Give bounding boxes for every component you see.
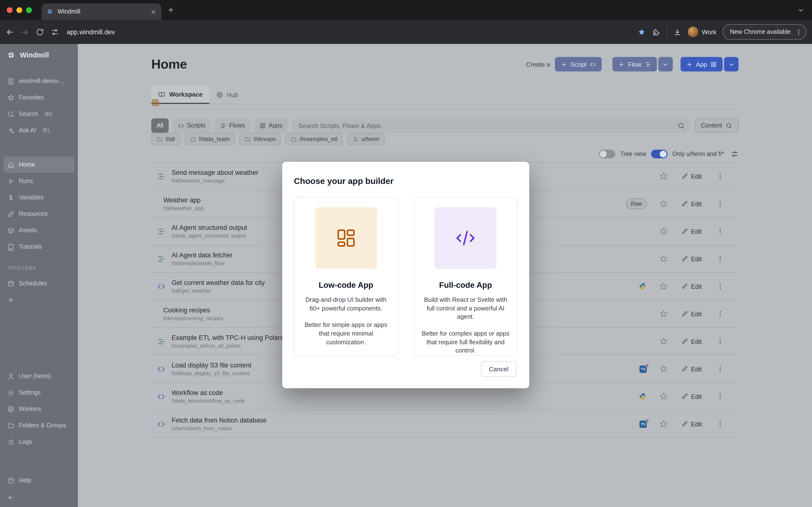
edit-button[interactable]: Edit — [681, 200, 702, 207]
low-code-title: Low-code App — [318, 281, 373, 290]
edit-button[interactable]: Edit — [681, 420, 702, 428]
create-flow-button[interactable]: Flow — [613, 57, 657, 71]
favorite-star-button[interactable] — [659, 172, 668, 181]
filter-icon[interactable] — [731, 150, 739, 158]
favorite-star-button[interactable] — [659, 309, 668, 318]
item-path: f/all/ai_agent_structured_output — [171, 233, 247, 238]
edit-button[interactable]: Edit — [681, 173, 702, 180]
reload-button[interactable] — [36, 28, 44, 36]
sidebar-item-settings[interactable]: Settings — [3, 384, 74, 401]
row-menu-button[interactable] — [716, 255, 724, 263]
low-code-app-card[interactable]: Low-code App Drag-and-drop UI builder wi… — [294, 197, 398, 356]
item-path: f/examples_etl/run_all_polars — [171, 343, 289, 349]
edit-label: Edit — [691, 393, 702, 400]
tab-hub[interactable]: Hub — [209, 86, 245, 104]
filter-chip-flows[interactable]: Flows — [215, 118, 250, 133]
favorite-star-button[interactable] — [659, 200, 668, 208]
sidebar-item-tutorials[interactable]: Tutorials — [3, 238, 74, 255]
close-window-button[interactable] — [7, 7, 12, 13]
favorite-star-button[interactable] — [659, 364, 668, 373]
sidebar-item-favorites[interactable]: Favorites — [3, 89, 74, 106]
folder-chip-f-examples-etl[interactable]: f/examples_etl — [286, 133, 343, 145]
sidebar-item-workers[interactable]: Workers — [3, 401, 74, 417]
edit-button[interactable]: Edit — [681, 255, 702, 263]
row-menu-button[interactable] — [716, 310, 724, 318]
row-menu-button[interactable] — [716, 227, 724, 235]
create-app-button[interactable]: App — [680, 57, 723, 71]
folder-chip-f-data-team[interactable]: f/data_team — [185, 133, 235, 145]
search-input[interactable] — [293, 118, 690, 133]
row-menu-button[interactable] — [716, 172, 724, 180]
flow-dropdown-button[interactable] — [658, 57, 673, 71]
windmill-brand[interactable]: Windmill — [0, 46, 56, 64]
minimize-window-button[interactable] — [16, 7, 22, 13]
edit-button[interactable]: Edit — [681, 338, 702, 345]
sidebar-item-resources[interactable]: Resources — [3, 206, 74, 222]
browser-menu-icon[interactable] — [795, 28, 802, 36]
sidebar-item-runs[interactable]: Runs — [3, 173, 74, 189]
row-menu-button[interactable] — [716, 338, 724, 345]
only-filter-toggle[interactable] — [651, 150, 667, 158]
list-item[interactable]: Fetch data from Notion databaseu/henri/f… — [151, 410, 739, 438]
forward-button[interactable] — [21, 28, 29, 36]
tab-close-icon[interactable] — [150, 8, 157, 15]
row-menu-button[interactable] — [716, 365, 724, 373]
row-menu-button[interactable] — [716, 420, 724, 428]
sidebar-item-logs[interactable]: Logs — [3, 434, 74, 450]
favorite-star-button[interactable] — [659, 392, 668, 401]
filter-chip-apps[interactable]: Apps — [254, 118, 288, 133]
sidebar-item-home[interactable]: Home — [3, 157, 74, 173]
new-tab-button[interactable] — [167, 6, 174, 13]
edit-button[interactable]: Edit — [681, 283, 702, 290]
sidebar-item-windmill-demo[interactable]: windmill-demo-... — [3, 73, 74, 89]
favorite-star-button[interactable] — [659, 255, 668, 263]
folder-chip-f-devops[interactable]: f/devops — [239, 133, 281, 145]
favorite-star-button[interactable] — [659, 227, 668, 236]
search-icon[interactable] — [678, 122, 685, 129]
sidebar-item-assets[interactable]: Assets — [3, 222, 74, 238]
filter-chip-scripts[interactable]: Scripts — [172, 118, 211, 133]
sidebar-item-search[interactable]: Search⌘k — [3, 106, 74, 122]
folder-chip-u-henri[interactable]: u/henri — [347, 133, 385, 145]
cancel-button[interactable]: Cancel — [481, 361, 517, 377]
tab-search-button[interactable] — [798, 6, 804, 13]
sidebar-item-plus[interactable] — [3, 292, 74, 308]
flow-icon — [645, 61, 651, 67]
sidebar-item-schedules[interactable]: Schedules — [3, 275, 74, 292]
favorite-star-button[interactable] — [659, 419, 668, 428]
url-text[interactable]: app.windmill.dev — [67, 28, 115, 36]
full-code-app-card[interactable]: Full-code App Build with React or Svelte… — [413, 197, 518, 356]
row-menu-button[interactable] — [716, 282, 724, 290]
browser-tab[interactable]: Windmill — [42, 3, 161, 20]
favorite-star-button[interactable] — [659, 337, 668, 346]
folder-chip-f-all[interactable]: f/all — [151, 133, 180, 145]
bookmark-star-icon[interactable] — [638, 28, 646, 36]
extensions-icon[interactable] — [652, 28, 660, 36]
zoom-window-button[interactable] — [26, 7, 32, 13]
filter-chip-all[interactable]: All — [151, 118, 169, 133]
sidebar-item-user-henri[interactable]: User (henri) — [3, 368, 74, 384]
site-info-icon[interactable] — [51, 28, 59, 36]
chrome-update-button[interactable]: New Chrome available — [723, 24, 806, 40]
row-menu-button[interactable] — [716, 393, 724, 400]
create-script-button[interactable]: Script — [555, 57, 602, 71]
back-button[interactable] — [6, 28, 14, 36]
folder-filter-chips: f/allf/data_teamf/devopsf/examples_etlu/… — [151, 133, 739, 145]
sidebar-item-variables[interactable]: Variables — [3, 189, 74, 206]
downloads-icon[interactable] — [673, 28, 681, 36]
content-search-button[interactable]: Content — [695, 118, 739, 133]
sidebar-item-help[interactable]: Help — [3, 472, 74, 489]
favorite-star-button[interactable] — [659, 282, 668, 291]
edit-button[interactable]: Edit — [681, 393, 702, 400]
sidebar-item-folders-groups[interactable]: Folders & Groups — [3, 417, 74, 434]
edit-button[interactable]: Edit — [681, 310, 702, 318]
collapse-sidebar-button[interactable] — [3, 489, 18, 506]
tree-view-toggle[interactable] — [599, 150, 615, 158]
tab-workspace[interactable]: Workspace — [151, 86, 209, 104]
app-dropdown-button[interactable] — [724, 57, 739, 71]
edit-button[interactable]: Edit — [681, 365, 702, 373]
row-menu-button[interactable] — [716, 200, 724, 208]
profile-chip[interactable]: Work — [688, 26, 716, 37]
sidebar-item-ask-ai[interactable]: Ask AI⌘L — [3, 122, 74, 138]
edit-button[interactable]: Edit — [681, 228, 702, 235]
